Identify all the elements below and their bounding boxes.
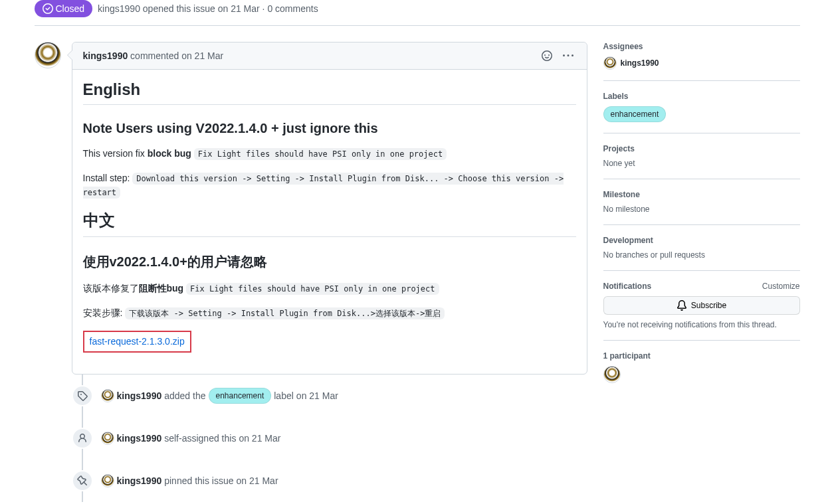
sidebar-projects[interactable]: Projects None yet bbox=[603, 133, 800, 179]
paragraph-fix-zh: 该版本修复了阻断性bug Fix Light files should have… bbox=[83, 282, 576, 295]
label-pill[interactable]: enhancement bbox=[603, 106, 667, 122]
issue-author[interactable]: kings1990 bbox=[98, 3, 140, 14]
timeline-action: added the bbox=[164, 390, 205, 401]
sidebar-heading: Labels bbox=[603, 92, 800, 101]
issue-comments-count: 0 comments bbox=[267, 3, 318, 14]
paragraph-install-zh: 安装步骤: 下载该版本 -> Setting -> Install Plugin… bbox=[83, 306, 576, 320]
paragraph-fix: This version fix block bug Fix Light fil… bbox=[83, 147, 576, 161]
timeline-action: pinned this issue bbox=[164, 475, 233, 486]
comment-author[interactable]: kings1990 bbox=[83, 50, 128, 61]
sidebar-heading: Development bbox=[603, 236, 800, 245]
sidebar-participants: 1 participant bbox=[603, 341, 800, 394]
person-icon bbox=[72, 428, 93, 449]
heading-chinese: 中文 bbox=[83, 210, 576, 237]
subheading-chinese: 使用v2022.1.4.0+的用户请忽略 bbox=[83, 253, 576, 271]
notification-desc: You're not receiving notifications from … bbox=[603, 320, 800, 329]
sidebar-heading: 1 participant bbox=[603, 351, 800, 361]
subscribe-button[interactable]: Subscribe bbox=[603, 296, 800, 315]
sidebar: Assignees kings1990 Labels enhancement P… bbox=[603, 42, 800, 502]
timeline-action-post: label bbox=[274, 390, 294, 401]
sidebar-labels[interactable]: Labels enhancement bbox=[603, 81, 800, 133]
avatar[interactable] bbox=[603, 56, 617, 70]
tag-icon bbox=[72, 385, 93, 406]
heading-english: English bbox=[83, 80, 576, 105]
subheading-english: Note Users using V2022.1.4.0 + just igno… bbox=[83, 121, 576, 136]
timeline-item-label: kings1990 added the enhancement label on… bbox=[72, 375, 587, 417]
comment-date[interactable]: on 21 Mar bbox=[181, 50, 223, 61]
avatar[interactable] bbox=[101, 389, 114, 402]
issue-meta: kings1990 opened this issue on 21 Mar · … bbox=[98, 3, 318, 14]
timeline-item-pin: kings1990 pinned this issue on 21 Mar bbox=[72, 460, 587, 502]
pin-icon bbox=[72, 470, 93, 491]
subscribe-label: Subscribe bbox=[691, 301, 726, 310]
timeline-item-assign: kings1990 self-assigned this on 21 Mar bbox=[72, 417, 587, 460]
status-text: Closed bbox=[56, 3, 85, 14]
timeline: kings1990 added the enhancement label on… bbox=[72, 375, 587, 502]
sidebar-heading: Milestone bbox=[603, 190, 800, 199]
timeline-action: self-assigned this bbox=[164, 433, 236, 444]
sidebar-value: No branches or pull requests bbox=[603, 250, 800, 260]
issue-action: opened this issue bbox=[143, 3, 215, 14]
comment-box: kings1990 commented on 21 Mar English bbox=[72, 42, 587, 375]
sidebar-heading: Projects bbox=[603, 144, 800, 153]
sidebar-heading: Assignees bbox=[603, 42, 800, 51]
emoji-icon[interactable] bbox=[539, 48, 555, 64]
bell-icon bbox=[677, 300, 687, 311]
status-badge: Closed bbox=[35, 0, 93, 17]
sidebar-assignees[interactable]: Assignees kings1990 bbox=[603, 42, 800, 81]
avatar[interactable] bbox=[101, 432, 114, 445]
sidebar-value: None yet bbox=[603, 159, 800, 168]
paragraph-install: Install step: Download this version -> S… bbox=[83, 171, 576, 199]
timeline-date[interactable]: on 21 Mar bbox=[296, 390, 338, 401]
sidebar-value: No milestone bbox=[603, 205, 800, 214]
comment-action: commented bbox=[130, 50, 179, 61]
sidebar-notifications: Notifications Customize Subscribe You're… bbox=[603, 271, 800, 341]
sidebar-development[interactable]: Development No branches or pull requests bbox=[603, 225, 800, 271]
kebab-icon[interactable] bbox=[560, 48, 576, 64]
issue-date[interactable]: on 21 Mar bbox=[218, 3, 260, 14]
comment-body: English Note Users using V2022.1.4.0 + j… bbox=[72, 70, 587, 374]
timeline-author[interactable]: kings1990 bbox=[117, 475, 162, 486]
timeline-date[interactable]: on 21 Mar bbox=[239, 433, 280, 444]
issue-header: Closed kings1990 opened this issue on 21… bbox=[35, 0, 800, 26]
avatar[interactable] bbox=[35, 42, 61, 68]
timeline-author[interactable]: kings1990 bbox=[117, 390, 162, 401]
assignee-name[interactable]: kings1990 bbox=[621, 58, 659, 68]
customize-link[interactable]: Customize bbox=[762, 282, 800, 291]
sidebar-milestone[interactable]: Milestone No milestone bbox=[603, 179, 800, 225]
attachment-link[interactable]: fast-request-2.1.3.0.zip bbox=[83, 331, 191, 353]
timeline-date[interactable]: on 21 Mar bbox=[237, 475, 278, 486]
sidebar-heading: Notifications bbox=[603, 282, 652, 291]
label-pill[interactable]: enhancement bbox=[209, 388, 272, 404]
avatar[interactable] bbox=[603, 366, 621, 383]
avatar[interactable] bbox=[101, 474, 114, 487]
timeline-author[interactable]: kings1990 bbox=[117, 433, 162, 444]
comment-header: kings1990 commented on 21 Mar bbox=[72, 42, 587, 70]
issue-closed-icon bbox=[43, 3, 53, 14]
